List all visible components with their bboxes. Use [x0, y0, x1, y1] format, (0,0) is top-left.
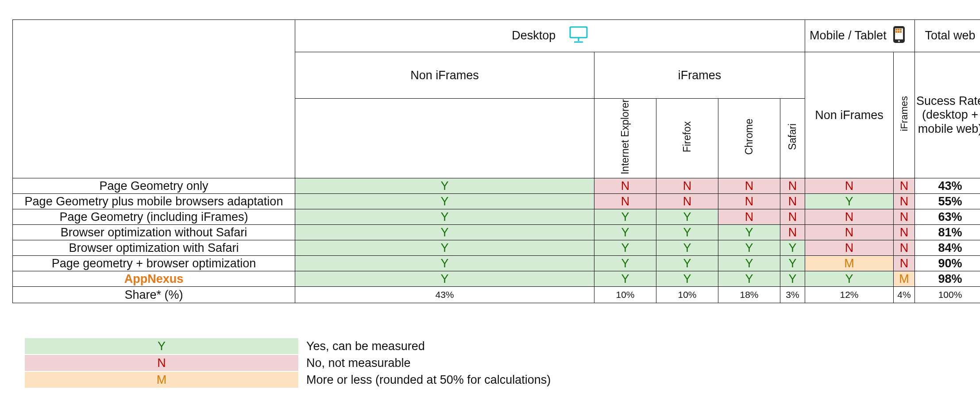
- legend: Y Yes, can be measured N No, not measura…: [12, 338, 964, 388]
- viewability-table: Desktop Mobile / Tablet Total web Non iF…: [12, 19, 980, 303]
- success-rate: 84%: [915, 240, 980, 256]
- svg-rect-9: [898, 31, 899, 33]
- row-label: Browser optimization without Safari: [13, 225, 295, 240]
- legend-swatch-more: M: [25, 372, 298, 388]
- cell-value: Y: [594, 209, 656, 225]
- legend-desc-yes: Yes, can be measured: [306, 339, 425, 353]
- cell-value: Y: [295, 209, 594, 225]
- cell-value: Y: [295, 194, 594, 209]
- header-browser-chrome: Chrome: [718, 99, 780, 178]
- row-label: Browser optimization with Safari: [13, 240, 295, 256]
- header-success-rate: Sucess Rate (desktop + mobile web): [915, 52, 980, 178]
- svg-rect-0: [570, 27, 587, 38]
- cell-value: Y: [295, 256, 594, 271]
- share-value: 12%: [805, 287, 894, 303]
- cell-value: N: [805, 209, 894, 225]
- header-mobile-noniframes: Non iFrames: [805, 52, 894, 178]
- success-rate: 63%: [915, 209, 980, 225]
- cell-value: M: [805, 256, 894, 271]
- share-row: Share* (%)43%10%10%18%3%12%4%100%: [13, 287, 980, 303]
- legend-row-no: N No, not measurable: [12, 355, 964, 371]
- cell-value: Y: [656, 209, 718, 225]
- share-value: 3%: [780, 287, 805, 303]
- cell-value: Y: [656, 225, 718, 240]
- table-row: Browser optimization without SafariYYYYN…: [13, 225, 980, 240]
- share-value: 43%: [295, 287, 594, 303]
- table-row: AppNexusYYYYYYM98%: [13, 271, 980, 287]
- share-value: 18%: [718, 287, 780, 303]
- header-mobile-label: Mobile / Tablet: [810, 28, 887, 42]
- cell-value: Y: [805, 194, 894, 209]
- table-row: Page Geometry onlyYNNNNNN43%: [13, 178, 980, 194]
- legend-desc-no: No, not measurable: [306, 356, 411, 370]
- legend-desc-more: More or less (rounded at 50% for calcula…: [306, 373, 551, 387]
- cell-value: N: [656, 194, 718, 209]
- cell-value: N: [718, 178, 780, 194]
- header-browser-empty: [295, 99, 594, 178]
- success-rate: 81%: [915, 225, 980, 240]
- cell-value: N: [894, 209, 915, 225]
- share-value: 10%: [656, 287, 718, 303]
- cell-value: Y: [656, 256, 718, 271]
- share-value: 4%: [894, 287, 915, 303]
- success-rate: 43%: [915, 178, 980, 194]
- legend-swatch-no: N: [25, 355, 298, 371]
- cell-value: N: [805, 178, 894, 194]
- legend-swatch-yes: Y: [25, 338, 298, 354]
- row-label: Page geometry + browser optimization: [13, 256, 295, 271]
- share-total: 100%: [915, 287, 980, 303]
- cell-value: N: [780, 209, 805, 225]
- header-desktop: Desktop: [295, 20, 805, 52]
- cell-value: Y: [780, 271, 805, 287]
- svg-point-11: [898, 40, 900, 42]
- cell-value: Y: [780, 240, 805, 256]
- cell-value: Y: [656, 240, 718, 256]
- row-label: Page Geometry only: [13, 178, 295, 194]
- cell-value: Y: [594, 240, 656, 256]
- svg-rect-6: [898, 29, 899, 31]
- svg-rect-7: [900, 29, 902, 31]
- cell-value: N: [718, 209, 780, 225]
- row-label: Page Geometry plus mobile browsers adapt…: [13, 194, 295, 209]
- cell-value: N: [894, 225, 915, 240]
- row-label: AppNexus: [13, 271, 295, 287]
- header-browser-safari: Safari: [780, 99, 805, 178]
- cell-value: Y: [718, 225, 780, 240]
- header-desktop-label: Desktop: [512, 28, 556, 42]
- mobile-tablet-icon: [892, 25, 906, 47]
- desktop-icon: [569, 26, 588, 46]
- cell-value: Y: [594, 256, 656, 271]
- share-label: Share* (%): [13, 287, 295, 303]
- cell-value: N: [780, 225, 805, 240]
- header-desktop-iframes: iFrames: [594, 52, 805, 99]
- cell-value: Y: [295, 271, 594, 287]
- cell-value: N: [805, 240, 894, 256]
- header-mobile-iframes: iFrames: [894, 52, 915, 178]
- cell-value: Y: [656, 271, 718, 287]
- cell-value: N: [594, 178, 656, 194]
- cell-value: Y: [718, 271, 780, 287]
- svg-rect-5: [895, 29, 897, 31]
- cell-value: N: [805, 225, 894, 240]
- legend-row-yes: Y Yes, can be measured: [12, 338, 964, 355]
- cell-value: M: [894, 271, 915, 287]
- cell-value: Y: [594, 271, 656, 287]
- header-browser-firefox: Firefox: [656, 99, 718, 178]
- cell-value: N: [780, 194, 805, 209]
- cell-value: Y: [295, 225, 594, 240]
- cell-value: N: [594, 194, 656, 209]
- table-row: Page Geometry plus mobile browsers adapt…: [13, 194, 980, 209]
- success-rate: 90%: [915, 256, 980, 271]
- cell-value: Y: [718, 240, 780, 256]
- cell-value: Y: [295, 240, 594, 256]
- header-desktop-noniframes: Non iFrames: [295, 52, 594, 99]
- header-browser-ie: Internet Explorer: [594, 99, 656, 178]
- cell-value: Y: [594, 225, 656, 240]
- header-mobile: Mobile / Tablet: [805, 20, 915, 52]
- corner-empty: [13, 20, 295, 178]
- share-value: 10%: [594, 287, 656, 303]
- cell-value: N: [894, 194, 915, 209]
- header-total-web: Total web: [915, 20, 980, 52]
- cell-value: N: [894, 240, 915, 256]
- legend-row-more: M More or less (rounded at 50% for calcu…: [12, 371, 964, 388]
